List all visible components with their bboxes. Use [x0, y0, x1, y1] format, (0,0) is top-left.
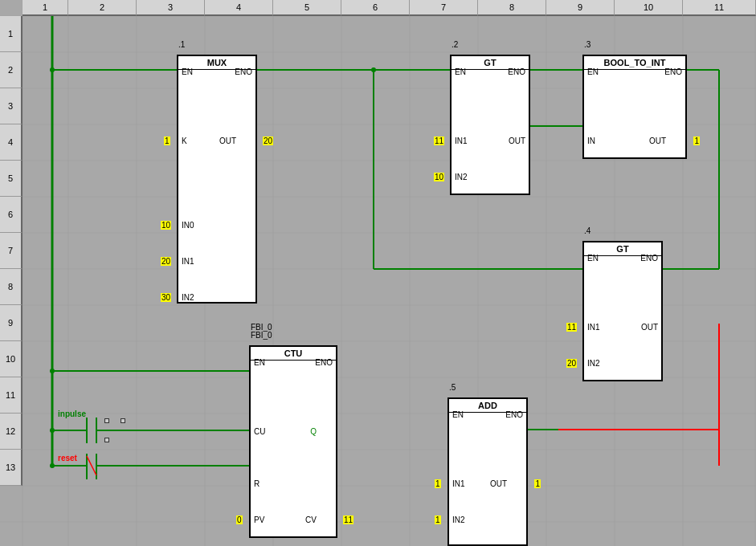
mux-in0-value: 10 [161, 221, 171, 230]
gt1-block[interactable]: GT EN ENO 11 IN1 OUT IN2 10 [450, 55, 530, 195]
mux-pin-k: K [182, 136, 187, 145]
gt2-instance-label: .4 [584, 226, 590, 235]
ctu-pin-r: R [254, 479, 259, 488]
ctu-pin-q: Q [310, 427, 317, 436]
gt1-in1-value: 11 [434, 136, 444, 145]
col-header-1: 1 [22, 0, 68, 16]
bool-to-int-block[interactable]: BOOL_TO_INT EN ENO IN OUT 1 [582, 55, 687, 159]
gt1-pin-in2: IN2 [455, 173, 468, 181]
col-header-7: 7 [410, 0, 478, 16]
bool-to-int-pin-in: IN [587, 136, 595, 145]
mux-pin-in1: IN1 [182, 257, 194, 266]
gt2-in2-value: 20 [566, 359, 577, 368]
col-header-9: 9 [546, 0, 615, 16]
gt2-block[interactable]: GT EN ENO 11 IN1 OUT IN2 20 [582, 241, 663, 381]
reset-label: reset [58, 454, 77, 462]
add-in1-value: 1 [435, 479, 441, 488]
bool-to-int-out-value: 1 [693, 136, 700, 145]
ctu-cv-value: 11 [343, 515, 353, 524]
inpulse-label: inpulse [58, 410, 86, 418]
svg-point-49 [50, 67, 55, 72]
mux-block[interactable]: MUX EN ENO 1 K OUT 20 10 IN0 20 IN1 30 I… [177, 55, 257, 304]
gt1-pin-in1: IN1 [455, 136, 468, 145]
add-pin-out: OUT [490, 479, 507, 488]
row-header-12: 12 [0, 414, 22, 450]
row-header-11: 11 [0, 377, 22, 414]
gt2-pin-eno: ENO [640, 254, 658, 263]
mux-k-value: 1 [164, 136, 170, 145]
ctu-fbi-label: FBI_0 [251, 331, 272, 340]
bool-to-int-pin-en: EN [587, 67, 599, 76]
svg-point-48 [371, 67, 376, 72]
gt1-pin-eno: ENO [508, 67, 525, 76]
row-header-5: 5 [0, 161, 22, 197]
col-header-10: 10 [615, 0, 683, 16]
row-header-9: 9 [0, 305, 22, 341]
add-pin-eno: ENO [505, 410, 523, 419]
mux-instance-label: .1 [178, 40, 185, 49]
svg-point-51 [50, 369, 55, 373]
ctu-pv-value: 0 [236, 515, 243, 524]
add-pin-in1: IN1 [452, 479, 465, 488]
contact-square-1 [104, 418, 109, 423]
gt2-pin-in1: IN1 [587, 323, 600, 332]
mux-pin-in0: IN0 [182, 221, 194, 230]
mux-pin-out: OUT [219, 136, 236, 145]
col-header-6: 6 [341, 0, 410, 16]
row-header-7: 7 [0, 233, 22, 269]
mux-pin-eno: ENO [235, 67, 252, 76]
mux-in1-value: 20 [161, 257, 171, 266]
ctu-pin-pv: PV [254, 515, 264, 524]
row-header-10: 10 [0, 341, 22, 377]
add-instance-label: .5 [449, 383, 456, 392]
gt1-in2-value: 10 [434, 173, 444, 181]
mux-out-value: 20 [263, 136, 273, 145]
gt2-pin-in2: IN2 [587, 359, 600, 368]
mux-in2-value: 30 [161, 293, 171, 302]
mux-pin-in2: IN2 [182, 293, 194, 302]
add-block[interactable]: ADD EN ENO 1 IN1 OUT 1 IN2 1 [447, 397, 528, 546]
add-out-value: 1 [534, 479, 541, 488]
gt2-pin-en: EN [587, 254, 599, 263]
ctu-pin-cu: CU [254, 427, 265, 436]
ctu-block[interactable]: FBI_0 CTU EN ENO CU Q R 0 PV CV 11 [249, 345, 337, 538]
col-header-11: 11 [683, 0, 756, 16]
col-header-2: 2 [68, 0, 137, 16]
svg-line-46 [87, 456, 96, 475]
row-header-6: 6 [0, 197, 22, 233]
mux-pin-en: EN [182, 67, 193, 76]
row-header-8: 8 [0, 269, 22, 305]
gt2-in1-value: 11 [566, 323, 577, 332]
row-header-3: 3 [0, 88, 22, 124]
add-pin-in2: IN2 [452, 515, 465, 524]
svg-point-52 [50, 463, 55, 468]
gt1-pin-en: EN [455, 67, 466, 76]
col-header-3: 3 [137, 0, 205, 16]
add-in2-value: 1 [435, 515, 441, 524]
contact-square-2 [121, 418, 125, 423]
gt1-instance-label: .2 [452, 40, 458, 49]
row-header-4: 4 [0, 124, 22, 161]
ladder-diagram-canvas: 1 2 3 4 5 6 7 8 9 10 11 1 2 3 4 5 6 7 8 … [0, 0, 756, 546]
row-header-2: 2 [0, 52, 22, 88]
bool-to-int-instance-label: .3 [584, 40, 590, 49]
row-header-1: 1 [0, 16, 22, 52]
svg-point-50 [50, 428, 55, 433]
add-pin-en: EN [452, 410, 464, 419]
ctu-pin-cv: CV [305, 515, 317, 524]
gt1-pin-out: OUT [509, 136, 525, 145]
contact-square-3 [104, 438, 109, 442]
bool-to-int-pin-eno: ENO [664, 67, 682, 76]
col-header-8: 8 [478, 0, 546, 16]
row-header-13: 13 [0, 450, 22, 486]
gt2-pin-out: OUT [641, 323, 658, 332]
col-header-4: 4 [205, 0, 273, 16]
ctu-pin-eno: ENO [315, 358, 333, 367]
ctu-pin-en: EN [254, 358, 265, 367]
bool-to-int-pin-out: OUT [649, 136, 666, 145]
col-header-5: 5 [273, 0, 341, 16]
